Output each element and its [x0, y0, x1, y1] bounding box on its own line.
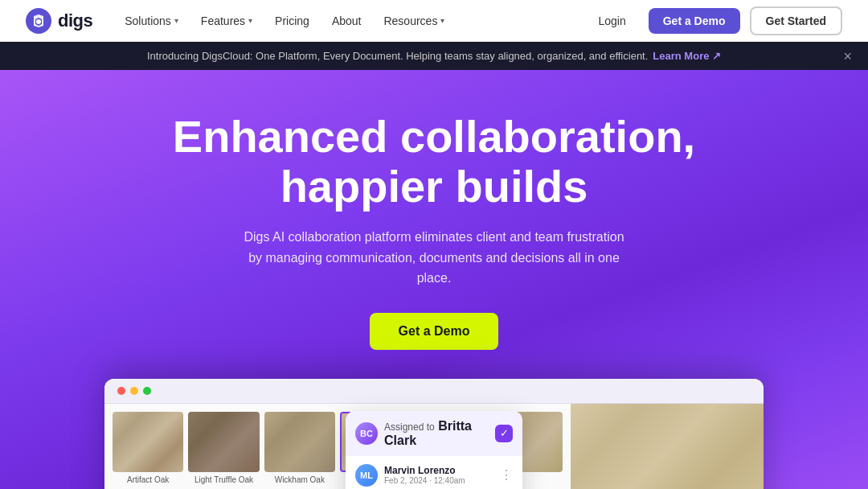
nav-item-pricing[interactable]: Pricing — [265, 10, 319, 32]
nav-item-about[interactable]: About — [322, 10, 371, 32]
chevron-down-icon: ▾ — [174, 16, 178, 25]
hero-subtitle: Digs AI collaboration platform eliminate… — [241, 227, 627, 289]
chevron-down-icon: ▾ — [248, 16, 252, 25]
announcement-bar: Introducing DigsCloud: One Platform, Eve… — [0, 42, 868, 70]
card-check-icon: ✓ — [495, 425, 513, 442]
flooring-swatch — [264, 412, 335, 472]
get-started-button[interactable]: Get Started — [750, 6, 842, 35]
digs-logo-icon — [26, 8, 51, 34]
logo[interactable]: digs — [26, 8, 92, 34]
hero-section: Enhanced collaboration, happier builds D… — [0, 70, 868, 489]
logo-text: digs — [58, 10, 92, 31]
ui-mockup: Artifact Oak Light Truffle Oak Wickham O… — [104, 379, 764, 489]
flooring-swatch — [188, 412, 259, 472]
assigned-info: Assigned to Britta Clark — [384, 419, 489, 448]
nav-left: digs Solutions ▾ Features ▾ Pricing Abou… — [26, 8, 454, 34]
chevron-down-icon: ▾ — [440, 16, 444, 25]
announce-close-button[interactable]: × — [843, 49, 852, 64]
svg-point-1 — [36, 19, 41, 24]
large-swatch — [571, 404, 764, 489]
mockup-title-bar — [104, 379, 764, 404]
nav-item-solutions[interactable]: Solutions ▾ — [115, 10, 188, 32]
navbar: digs Solutions ▾ Features ▾ Pricing Abou… — [0, 0, 868, 42]
card-body: ML Marvin Lorenzo Feb 2, 2024 · 12:40am … — [346, 456, 522, 489]
assignment-card: BC Assigned to Britta Clark ✓ ML Marvin … — [346, 411, 522, 489]
flooring-item-artifact-oak[interactable]: Artifact Oak — [113, 412, 183, 486]
announce-learn-more-link[interactable]: Learn More ↗ — [653, 50, 721, 62]
window-maximize-dot — [143, 387, 151, 395]
flooring-item-wickham[interactable]: Wickham Oak — [264, 412, 335, 486]
nav-item-features[interactable]: Features ▾ — [191, 10, 262, 32]
card-header: BC Assigned to Britta Clark ✓ — [346, 411, 522, 456]
login-button[interactable]: Login — [585, 8, 638, 34]
hero-cta-button[interactable]: Get a Demo — [370, 313, 499, 350]
hero-title: Enhanced collaboration, happier builds — [145, 112, 723, 211]
flooring-item-light-truffle[interactable]: Light Truffle Oak — [188, 412, 259, 486]
nav-item-resources[interactable]: Resources ▾ — [374, 10, 454, 32]
card-user-row: ML Marvin Lorenzo Feb 2, 2024 · 12:40am … — [355, 464, 513, 487]
get-demo-button-nav[interactable]: Get a Demo — [649, 8, 740, 34]
window-minimize-dot — [130, 387, 138, 395]
announcement-text: Introducing DigsCloud: One Platform, Eve… — [147, 50, 648, 62]
user-avatar: ML — [355, 464, 378, 487]
window-close-dot — [117, 387, 125, 395]
nav-links: Solutions ▾ Features ▾ Pricing About Res… — [115, 10, 454, 32]
more-options-icon[interactable]: ⋮ — [500, 467, 513, 483]
nav-right: Login Get a Demo Get Started — [585, 6, 842, 35]
flooring-swatch — [113, 412, 183, 472]
assigned-avatar: BC — [355, 422, 378, 445]
user-info: Marvin Lorenzo Feb 2, 2024 · 12:40am — [384, 465, 465, 485]
